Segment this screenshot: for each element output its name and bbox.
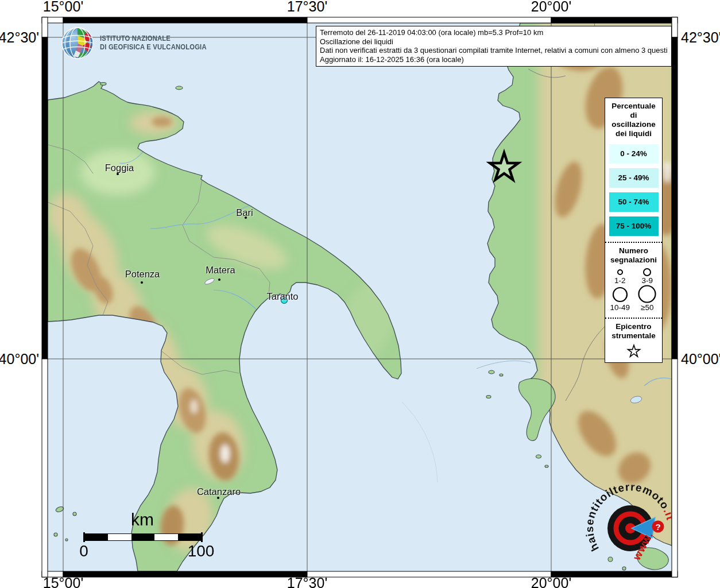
city-label-foggia: Foggia [105,163,134,173]
city-dot [218,278,220,281]
signal-circle-medium-icon [641,267,653,276]
legend-bin-50-74: 50 - 74% [609,192,659,212]
signal-size-label: 1-2 [607,276,633,285]
legend-signal-sizes: 1-2 3-9 10-49 ≥50 [605,266,662,312]
earthquake-info-box: Terremoto del 26-11-2019 04:03:00 (ora l… [316,26,672,67]
city-dot [117,173,119,175]
axis-bottom-17: 17°30' [287,575,327,588]
ingv-name-line2: DI GEOFISICA E VULCANOLOGIA [100,43,207,52]
axis-left-40: 40°00' [0,351,39,368]
signal-size-label: 10-49 [607,303,633,312]
signal-circle-large-icon [610,285,630,303]
signal-size-50plus: ≥50 [634,285,660,312]
signal-size-3-9: 3-9 [634,267,660,285]
legend-star-icon [625,344,642,359]
axis-bottom-20: 20°00' [531,575,571,588]
city-dot [141,281,143,284]
scale-bar-segments [84,533,202,541]
legend-divider [605,242,662,243]
scale-unit: km [84,510,201,529]
axis-bottom-15: 15°00' [43,575,83,588]
legend-title: Percentuale di oscillazione dei liquidi [605,100,662,140]
city-dot [217,497,219,499]
signal-circle-xlarge-icon [637,285,657,303]
legend-bin-75-100: 75 - 100% [609,216,659,236]
info-line-disclaimer: Dati non verificati estratti da 3 questi… [320,46,668,55]
signal-circle-small-icon [614,267,626,276]
legend-panel: Percentuale di oscillazione dei liquidi … [605,98,663,363]
axis-right-40: 40°00' [681,351,720,368]
axis-top-20: 20°00' [531,0,571,15]
legend-signals-title: Numero segnalazioni [605,245,662,266]
axis-right-42: 42°30' [681,29,720,46]
legend-bin-25-49: 25 - 49% [609,168,659,188]
scale-max: 100 [188,542,215,560]
signal-size-10-49: 10-49 [607,285,633,312]
ingv-logo: ISTITUTO NAZIONALE DI GEOFISICA E VULCAN… [61,26,218,60]
logo-question-mark: ? [655,522,660,532]
city-label-catanzaro: Catanzaro [197,486,241,497]
axis-left-42: 42°30' [0,29,39,46]
axis-top-15: 15°00' [43,0,83,15]
signal-size-1-2: 1-2 [607,267,633,285]
city-dot [245,216,247,219]
map-figure: haisentitoilterremoto.it www. ? [0,0,720,588]
legend-divider [605,318,662,319]
legend-epicenter-title: Epicentro strumentale [605,321,662,342]
scale-min: 0 [79,542,88,560]
info-line-map-type: Oscillazione dei liquidi [320,37,668,47]
ingv-name-line1: ISTITUTO NAZIONALE [100,34,207,43]
info-line-event: Terremoto del 26-11-2019 04:03:00 (ora l… [320,28,668,37]
axis-top-17: 17°30' [287,0,327,15]
city-label-matera: Matera [206,265,235,276]
signal-size-label: 3-9 [634,276,660,285]
city-label-taranto: Taranto [266,291,298,302]
ingv-globe-icon [61,26,94,60]
info-line-updated: Aggiornato il: 16-12-2025 16:36 (ora loc… [320,55,668,64]
legend-bin-0-24: 0 - 24% [609,144,659,164]
city-label-potenza: Potenza [125,269,160,280]
signal-size-label: ≥50 [634,303,660,312]
